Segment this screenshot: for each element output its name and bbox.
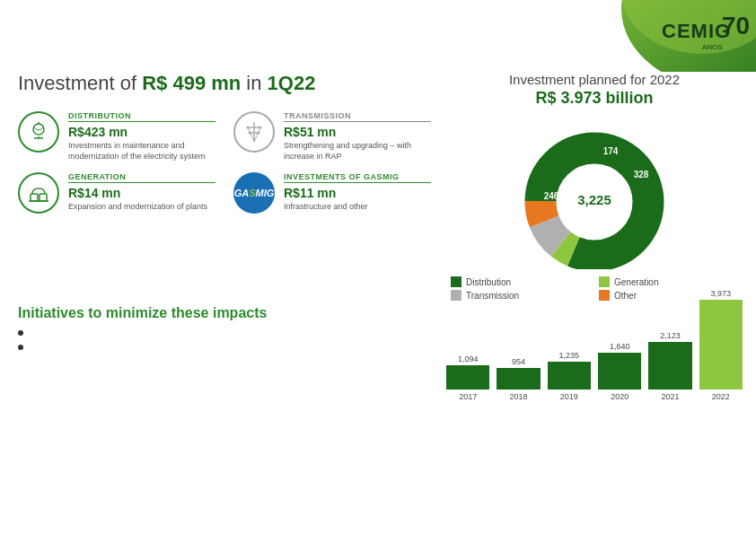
- gasmig-block: GASMIG INVESTMENTS OF GASMIG R$11 mn Inf…: [233, 172, 431, 214]
- main-title: Investment of R$ 499 mn in 1Q22: [18, 72, 431, 95]
- bullet-dot-2: [18, 345, 23, 350]
- items-grid: DISTRIBUTION R$423 mn Investments in mai…: [18, 111, 431, 214]
- legend-box-transmission: [451, 290, 462, 301]
- svg-point-17: [258, 132, 260, 135]
- donut-chart: 3,225 174 328 246: [442, 117, 747, 269]
- gasmig-desc: Infrastructure and other: [284, 202, 431, 213]
- svg-text:ANOS: ANOS: [702, 43, 723, 51]
- bullet-2: [18, 345, 404, 350]
- legend-box-other: [599, 290, 610, 301]
- bar-rect-2022: [699, 300, 743, 390]
- generation-label: GENERATION: [68, 172, 215, 183]
- transmission-desc: Strengthening and upgrading – with incre…: [284, 141, 431, 162]
- bar-rect-2019: [548, 362, 591, 390]
- bar-chart-bars: 1,094201795420181,23520191,64020202,1232…: [446, 311, 743, 401]
- bar-year-2022: 2022: [712, 392, 730, 401]
- bar-year-2019: 2019: [560, 392, 578, 401]
- gasmig-icon: GASMIG: [233, 172, 275, 214]
- bar-rect-2017: [446, 365, 489, 390]
- legend-label-distribution: Distribution: [466, 277, 511, 287]
- svg-point-15: [259, 127, 262, 129]
- bar-rect-2020: [598, 353, 641, 390]
- svg-point-16: [249, 132, 251, 135]
- distribution-label: DISTRIBUTION: [68, 111, 215, 122]
- bar-chart: 1,094201795420181,23520191,64020202,1232…: [442, 311, 747, 401]
- generation-icon: [18, 172, 59, 214]
- distribution-text: DISTRIBUTION R$423 mn Investments in mai…: [68, 111, 215, 162]
- generation-text: GENERATION R$14 mn Expansion and moderni…: [68, 172, 215, 213]
- transmission-amount: R$51 mn: [284, 125, 431, 139]
- svg-text:246: 246: [544, 191, 559, 201]
- legend-label-other: Other: [614, 291, 637, 301]
- bar-item-2020: 1,6402020: [598, 342, 641, 401]
- legend-label-transmission: Transmission: [466, 291, 519, 301]
- right-title: Investment planned for 2022: [442, 72, 747, 87]
- legend-box-generation: [599, 276, 610, 287]
- svg-point-14: [247, 127, 250, 129]
- bar-item-2022: 3,9732022: [699, 289, 743, 401]
- transmission-text: TRANSMISSION R$51 mn Strengthening and u…: [284, 111, 431, 162]
- distribution-block: DISTRIBUTION R$423 mn Investments in mai…: [18, 111, 215, 162]
- svg-line-13: [254, 127, 260, 142]
- bar-year-2021: 2021: [661, 392, 679, 401]
- transmission-label: TRANSMISSION: [284, 111, 431, 122]
- generation-amount: R$14 mn: [68, 186, 215, 200]
- bar-value-2021: 2,123: [660, 331, 681, 340]
- bar-value-2020: 1,640: [610, 342, 630, 351]
- transmission-block: TRANSMISSION R$51 mn Strengthening and u…: [233, 111, 431, 162]
- svg-rect-19: [40, 194, 47, 201]
- gasmig-text: INVESTMENTS OF GASMIG R$11 mn Infrastruc…: [284, 172, 431, 213]
- initiatives-title: Initiatives to minimize these impacts: [18, 305, 404, 321]
- legend-distribution: Distribution: [451, 276, 590, 287]
- svg-point-5: [33, 124, 44, 135]
- svg-text:70: 70: [722, 12, 750, 39]
- bar-rect-2018: [497, 368, 540, 390]
- generation-desc: Expansion and modernization of plants: [68, 202, 215, 213]
- legend-transmission: Transmission: [451, 290, 590, 301]
- bar-rect-2021: [648, 342, 691, 390]
- bar-value-2019: 1,235: [559, 351, 580, 360]
- distribution-desc: Investments in maintenance and moderniza…: [68, 141, 215, 162]
- gasmig-amount: R$11 mn: [284, 186, 431, 200]
- bar-year-2017: 2017: [459, 392, 477, 401]
- left-panel: Investment of R$ 499 mn in 1Q22 DISTRIBU…: [18, 72, 431, 214]
- gasmig-label: INVESTMENTS OF GASMIG: [284, 172, 431, 183]
- header-decoration: CEMIG 70 ANOS: [523, 0, 756, 72]
- bar-value-2017: 1,094: [458, 355, 479, 363]
- right-amount: R$ 3.973 billion: [442, 89, 747, 108]
- bar-year-2020: 2020: [611, 392, 629, 401]
- bar-item-2017: 1,0942017: [446, 355, 489, 401]
- svg-line-12: [248, 127, 254, 142]
- svg-text:328: 328: [634, 170, 649, 179]
- bullet-dot-1: [18, 330, 23, 336]
- svg-rect-18: [31, 194, 38, 201]
- bar-year-2018: 2018: [509, 392, 527, 401]
- generation-block: GENERATION R$14 mn Expansion and moderni…: [18, 172, 215, 214]
- legend-box-distribution: [451, 276, 462, 287]
- distribution-icon: [18, 111, 59, 153]
- highlight-amount: R$ 499 mn: [142, 72, 241, 94]
- legend-generation: Generation: [599, 276, 738, 287]
- legend-label-generation: Generation: [614, 277, 658, 287]
- distribution-amount: R$423 mn: [68, 125, 215, 139]
- bar-value-2018: 954: [512, 357, 525, 366]
- bullet-1: [18, 330, 404, 336]
- transmission-icon: [233, 111, 275, 153]
- svg-text:174: 174: [603, 146, 619, 156]
- svg-text:CEMIG: CEMIG: [662, 20, 731, 42]
- bar-value-2022: 3,973: [711, 289, 732, 298]
- bar-item-2019: 1,2352019: [548, 351, 591, 401]
- bar-item-2021: 2,1232021: [648, 331, 691, 401]
- svg-text:3,225: 3,225: [577, 192, 611, 207]
- bar-item-2018: 9542018: [497, 357, 540, 401]
- page: { "header": { "logo_text": "CEMIG" }, "l…: [0, 0, 756, 534]
- right-panel: Investment planned for 2022 R$ 3.973 bil…: [442, 72, 747, 401]
- highlight-period: 1Q22: [268, 72, 316, 94]
- initiatives-section: Initiatives to minimize these impacts: [18, 305, 404, 359]
